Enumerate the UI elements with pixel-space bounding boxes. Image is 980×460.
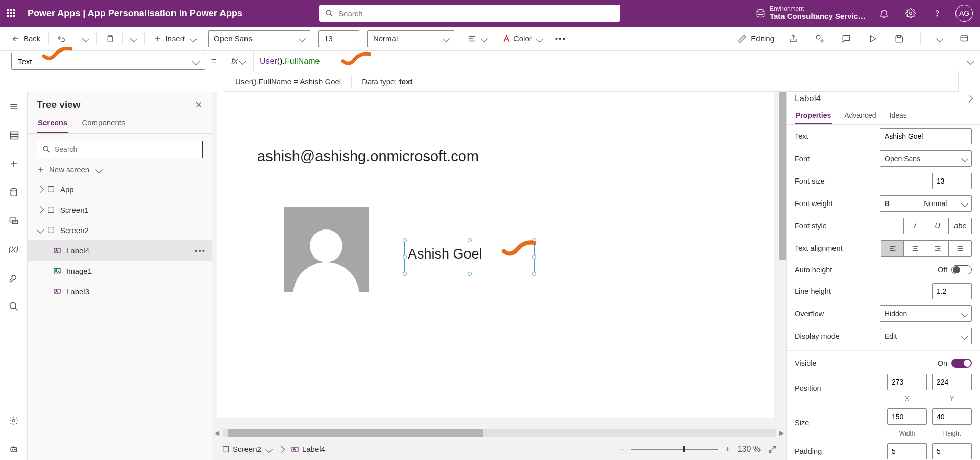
tree-item-more[interactable]: •••: [194, 246, 206, 255]
align-button[interactable]: [464, 32, 490, 45]
rail-settings[interactable]: [3, 410, 24, 431]
tree-item-screen1[interactable]: Screen1: [28, 199, 212, 220]
tab-screens[interactable]: Screens: [37, 113, 68, 133]
prop-pad-b[interactable]: [932, 443, 972, 459]
publish-icon[interactable]: [957, 32, 972, 45]
rail-variables[interactable]: (x): [3, 239, 24, 260]
rail-treeview[interactable]: [3, 124, 24, 146]
help-icon[interactable]: [929, 5, 945, 21]
font-size-input[interactable]: [318, 30, 359, 47]
rail-tools[interactable]: [3, 267, 24, 289]
share-icon[interactable]: [786, 32, 801, 45]
rail-search[interactable]: [3, 296, 24, 317]
paste-button[interactable]: [102, 32, 117, 45]
prop-font-combo[interactable]: Open Sans: [880, 150, 972, 167]
formula-expand[interactable]: [960, 59, 980, 64]
resize-handle[interactable]: [468, 238, 472, 242]
waffle-icon[interactable]: [7, 9, 16, 18]
color-button[interactable]: Color: [498, 32, 545, 45]
save-icon[interactable]: [892, 32, 907, 45]
align-right[interactable]: [926, 241, 949, 256]
rail-data[interactable]: [3, 182, 24, 203]
notifications-icon[interactable]: [876, 5, 892, 21]
formula-input[interactable]: User().FullName: [254, 56, 960, 66]
prop-autoheight-toggle[interactable]: [951, 265, 972, 274]
comments-icon[interactable]: [839, 32, 854, 45]
fit-screen-icon[interactable]: [768, 445, 777, 454]
canvas-vertical-scrollbar[interactable]: [779, 92, 786, 397]
rail-virtual-agent[interactable]: [3, 439, 24, 460]
undo-dropdown[interactable]: [80, 34, 91, 43]
label4-selection[interactable]: Ashish Goel: [404, 240, 535, 274]
more-toolbar[interactable]: •••: [552, 32, 570, 45]
rail-hamburger[interactable]: [3, 96, 24, 117]
close-icon[interactable]: [194, 100, 203, 109]
new-screen-button[interactable]: New screen: [28, 162, 212, 179]
fx-label[interactable]: fx: [223, 51, 254, 71]
undo-button[interactable]: [54, 32, 69, 45]
prop-displaymode-combo[interactable]: Edit: [880, 328, 972, 344]
resize-handle[interactable]: [532, 255, 536, 259]
resize-handle[interactable]: [532, 272, 536, 276]
align-center[interactable]: [904, 241, 926, 256]
prop-fontweight-combo[interactable]: B Normal: [880, 195, 972, 212]
rail-insert[interactable]: [3, 153, 24, 174]
label3-text[interactable]: ashish@ashishg.onmicrosoft.com: [257, 148, 479, 165]
environment-picker[interactable]: Environment Tata Consultancy Servic…: [755, 6, 866, 21]
prop-pos-y[interactable]: [932, 374, 972, 390]
property-selector[interactable]: Text: [11, 53, 205, 70]
italic-toggle[interactable]: /: [904, 218, 926, 234]
strike-toggle[interactable]: abc: [949, 218, 971, 234]
image1-placeholder[interactable]: [284, 207, 369, 292]
preview-icon[interactable]: [865, 32, 880, 45]
copilot-icon[interactable]: [812, 32, 827, 45]
prop-text-input[interactable]: [880, 128, 972, 144]
breadcrumb-control[interactable]: Label4: [291, 445, 325, 453]
resize-handle[interactable]: [403, 255, 407, 259]
prop-lineheight-input[interactable]: [932, 283, 972, 299]
save-dropdown[interactable]: [934, 34, 945, 43]
breadcrumb-screen[interactable]: Screen2: [222, 445, 272, 453]
zoom-out[interactable]: −: [620, 445, 624, 454]
tree-search[interactable]: [37, 141, 203, 158]
tab-ideas[interactable]: Ideas: [889, 107, 908, 124]
resize-handle[interactable]: [468, 272, 472, 276]
tab-components[interactable]: Components: [81, 113, 126, 133]
tree-item-label3[interactable]: Label3: [28, 281, 212, 301]
prop-visible-toggle[interactable]: [951, 359, 972, 368]
tree-item-screen2[interactable]: Screen2: [28, 220, 212, 240]
prop-size-h[interactable]: [932, 408, 972, 425]
prop-overflow-combo[interactable]: Hidden: [880, 305, 972, 322]
align-left[interactable]: [881, 241, 904, 256]
paste-dropdown[interactable]: [128, 34, 139, 43]
prop-align-group[interactable]: [881, 240, 972, 257]
editing-mode[interactable]: Editing: [738, 34, 774, 43]
tab-advanced[interactable]: Advanced: [843, 107, 877, 124]
tree-item-image1[interactable]: Image1: [28, 261, 212, 281]
tree-item-label4[interactable]: Label4 •••: [28, 240, 212, 261]
canvas-horizontal-scrollbar[interactable]: ◀▶: [212, 428, 786, 438]
prop-size-w[interactable]: [887, 408, 927, 425]
settings-icon[interactable]: [902, 5, 919, 21]
zoom-in[interactable]: +: [725, 445, 730, 454]
insert-button[interactable]: Insert: [150, 32, 199, 45]
resize-handle[interactable]: [532, 238, 536, 242]
zoom-slider[interactable]: [631, 449, 718, 450]
prop-pos-x[interactable]: [887, 374, 927, 390]
underline-toggle[interactable]: U: [926, 218, 949, 234]
global-search[interactable]: [319, 5, 620, 22]
back-button[interactable]: Back: [8, 32, 43, 45]
user-avatar[interactable]: AG: [955, 5, 973, 22]
tree-item-app[interactable]: App: [28, 179, 212, 199]
canvas[interactable]: ashish@ashishg.onmicrosoft.com Ashish Go…: [217, 92, 774, 418]
tab-properties[interactable]: Properties: [795, 107, 832, 124]
font-weight-combo[interactable]: Normal: [368, 30, 454, 47]
prop-pad-a[interactable]: [887, 443, 927, 459]
prop-fontstyle-group[interactable]: / U abc: [903, 218, 972, 234]
resize-handle[interactable]: [403, 238, 407, 242]
collapse-pane-icon[interactable]: [966, 95, 973, 103]
rail-media[interactable]: [3, 210, 24, 232]
font-family-combo[interactable]: Open Sans: [208, 30, 310, 47]
align-justify[interactable]: [949, 241, 971, 256]
global-search-input[interactable]: [338, 9, 614, 18]
